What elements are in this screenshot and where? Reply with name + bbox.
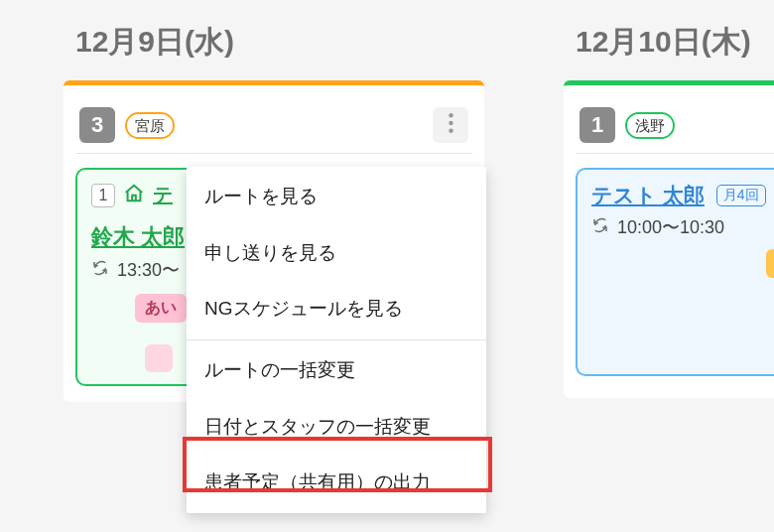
staff-chip[interactable]: 浅野 xyxy=(625,112,675,139)
visit-card[interactable]: テスト 太郎 月4回 10:00〜10:30 タグ xyxy=(576,168,774,376)
menu-divider xyxy=(187,339,486,340)
svg-point-2 xyxy=(449,129,452,133)
svg-point-0 xyxy=(449,113,452,117)
tag-chip-partial xyxy=(145,344,173,372)
more-menu-dropdown: ルートを見る 申し送りを見る NGスケジュールを見る ルートの一括変更 日付とス… xyxy=(187,167,486,513)
visit-time-row: 10:00〜10:30 xyxy=(591,215,774,239)
menu-item-export-patient-schedule[interactable]: 患者予定（共有用）の出力 xyxy=(187,455,486,511)
more-menu-button[interactable] xyxy=(433,107,468,143)
card-header: 3 宮原 xyxy=(75,103,472,154)
chip-peek-row xyxy=(145,344,173,372)
patient-link[interactable]: テスト 太郎 xyxy=(591,182,705,209)
menu-item-view-ng-schedule[interactable]: NGスケジュールを見る xyxy=(187,281,486,337)
menu-item-view-handoff[interactable]: 申し送りを見る xyxy=(187,225,486,282)
staff-chip[interactable]: 宮原 xyxy=(125,112,175,139)
visit-count-badge: 3 xyxy=(79,107,115,143)
day-card: 1 浅野 テスト 太郎 月4回 10:00〜10:30 タグ xyxy=(564,80,774,398)
patient-link[interactable]: 鈴木 太郎 xyxy=(91,222,185,252)
tag-chip[interactable]: あい xyxy=(135,294,187,323)
tag-row: タグ xyxy=(591,249,774,278)
tag-chip[interactable]: タグ xyxy=(766,249,774,278)
day-column-dec-10: 12月10日(木) 1 浅野 テスト 太郎 月4回 10:00〜10:30 タグ xyxy=(556,0,774,532)
kebab-icon xyxy=(449,113,453,137)
date-header: 12月10日(木) xyxy=(564,0,774,80)
visit-count-badge: 1 xyxy=(580,107,615,143)
sync-icon xyxy=(91,259,109,282)
svg-point-1 xyxy=(449,121,452,125)
visit-time: 13:30〜 xyxy=(117,258,180,282)
menu-item-bulk-change-date-staff[interactable]: 日付とスタッフの一括変更 xyxy=(187,399,486,456)
menu-item-bulk-change-route[interactable]: ルートの一括変更 xyxy=(187,342,486,399)
frequency-pill: 月4回 xyxy=(716,185,766,206)
visit-order-badge: 1 xyxy=(91,184,115,207)
visit-title-partial: テ xyxy=(153,182,173,208)
visit-time: 10:00〜10:30 xyxy=(617,215,724,239)
menu-item-view-route[interactable]: ルートを見る xyxy=(187,169,486,225)
date-header: 12月9日(水) xyxy=(64,0,484,80)
sync-icon xyxy=(591,216,609,239)
home-icon xyxy=(123,183,145,208)
card-header: 1 浅野 xyxy=(576,103,774,154)
